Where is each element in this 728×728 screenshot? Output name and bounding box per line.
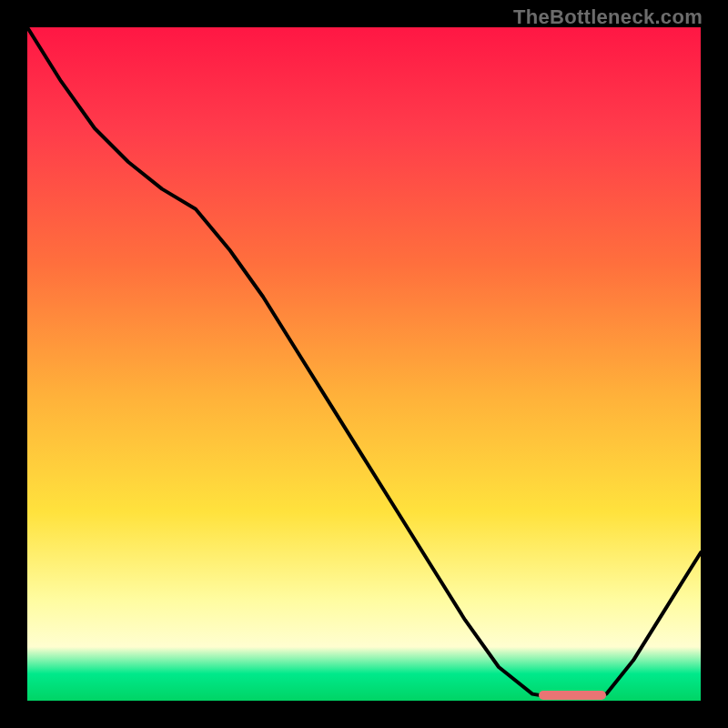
chart-frame: TheBottleneck.com bbox=[0, 0, 728, 728]
plot-area bbox=[27, 27, 701, 701]
watermark-text: TheBottleneck.com bbox=[513, 5, 703, 29]
optimal-range-marker bbox=[539, 691, 606, 700]
bottleneck-curve bbox=[27, 27, 701, 701]
